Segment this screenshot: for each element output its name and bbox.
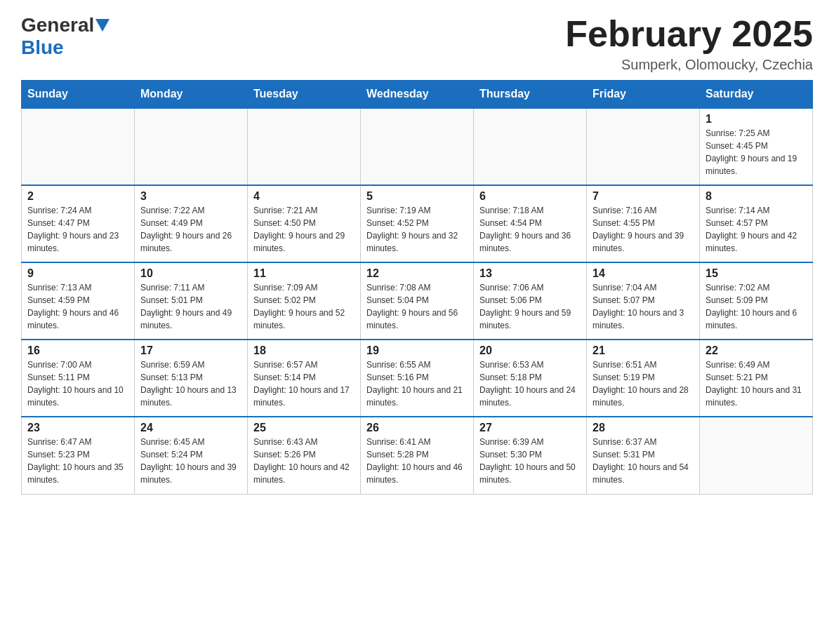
- weekday-header-thursday: Thursday: [474, 81, 587, 109]
- day-info: Sunrise: 7:00 AM Sunset: 5:11 PM Dayligh…: [27, 358, 128, 409]
- logo-general-text: General: [21, 14, 94, 36]
- day-number: 16: [27, 344, 128, 357]
- day-info: Sunrise: 7:13 AM Sunset: 4:59 PM Dayligh…: [27, 281, 128, 332]
- calendar-cell: 15Sunrise: 7:02 AM Sunset: 5:09 PM Dayli…: [700, 262, 813, 340]
- day-info: Sunrise: 7:09 AM Sunset: 5:02 PM Dayligh…: [253, 281, 355, 332]
- day-number: 19: [366, 344, 468, 357]
- day-info: Sunrise: 7:24 AM Sunset: 4:47 PM Dayligh…: [27, 204, 128, 255]
- day-number: 3: [140, 190, 241, 203]
- logo-blue-text: Blue: [21, 36, 64, 58]
- calendar-cell: [700, 417, 813, 494]
- day-info: Sunrise: 7:11 AM Sunset: 5:01 PM Dayligh…: [140, 281, 241, 332]
- calendar-cell: 4Sunrise: 7:21 AM Sunset: 4:50 PM Daylig…: [248, 185, 361, 262]
- day-number: 9: [27, 267, 128, 280]
- day-info: Sunrise: 7:19 AM Sunset: 4:52 PM Dayligh…: [366, 204, 468, 255]
- day-info: Sunrise: 7:14 AM Sunset: 4:57 PM Dayligh…: [706, 204, 807, 255]
- calendar-cell: 2Sunrise: 7:24 AM Sunset: 4:47 PM Daylig…: [22, 185, 135, 262]
- calendar-cell: 14Sunrise: 7:04 AM Sunset: 5:07 PM Dayli…: [587, 262, 700, 340]
- calendar-cell: 17Sunrise: 6:59 AM Sunset: 5:13 PM Dayli…: [135, 340, 248, 417]
- calendar-cell: 10Sunrise: 7:11 AM Sunset: 5:01 PM Dayli…: [135, 262, 248, 340]
- weekday-header-tuesday: Tuesday: [248, 81, 361, 109]
- month-title: February 2025: [565, 14, 813, 54]
- day-number: 24: [140, 422, 241, 434]
- calendar-cell: [248, 108, 361, 185]
- logo-triangle-icon: [95, 19, 110, 32]
- day-info: Sunrise: 7:02 AM Sunset: 5:09 PM Dayligh…: [706, 281, 807, 332]
- day-number: 25: [253, 422, 355, 434]
- day-info: Sunrise: 6:45 AM Sunset: 5:24 PM Dayligh…: [140, 436, 241, 486]
- calendar-cell: 27Sunrise: 6:39 AM Sunset: 5:30 PM Dayli…: [474, 417, 587, 494]
- day-info: Sunrise: 6:59 AM Sunset: 5:13 PM Dayligh…: [140, 358, 241, 409]
- calendar-cell: [474, 108, 587, 185]
- day-number: 6: [479, 190, 581, 203]
- weekday-header-saturday: Saturday: [700, 81, 813, 109]
- day-info: Sunrise: 6:43 AM Sunset: 5:26 PM Dayligh…: [253, 436, 355, 486]
- calendar-cell: 8Sunrise: 7:14 AM Sunset: 4:57 PM Daylig…: [700, 185, 813, 262]
- day-info: Sunrise: 7:21 AM Sunset: 4:50 PM Dayligh…: [253, 204, 355, 255]
- day-info: Sunrise: 6:37 AM Sunset: 5:31 PM Dayligh…: [593, 436, 694, 486]
- day-info: Sunrise: 6:53 AM Sunset: 5:18 PM Dayligh…: [479, 358, 581, 409]
- day-info: Sunrise: 6:49 AM Sunset: 5:21 PM Dayligh…: [706, 358, 807, 409]
- calendar-cell: 6Sunrise: 7:18 AM Sunset: 4:54 PM Daylig…: [474, 185, 587, 262]
- calendar-week-row: 16Sunrise: 7:00 AM Sunset: 5:11 PM Dayli…: [22, 340, 813, 417]
- calendar-cell: [22, 108, 135, 185]
- day-info: Sunrise: 6:39 AM Sunset: 5:30 PM Dayligh…: [479, 436, 581, 486]
- calendar-cell: [587, 108, 700, 185]
- calendar-cell: 12Sunrise: 7:08 AM Sunset: 5:04 PM Dayli…: [361, 262, 474, 340]
- calendar-cell: 24Sunrise: 6:45 AM Sunset: 5:24 PM Dayli…: [135, 417, 248, 494]
- calendar-cell: 20Sunrise: 6:53 AM Sunset: 5:18 PM Dayli…: [474, 340, 587, 417]
- day-number: 10: [140, 267, 241, 280]
- day-info: Sunrise: 6:51 AM Sunset: 5:19 PM Dayligh…: [593, 358, 694, 409]
- day-number: 8: [706, 190, 807, 203]
- day-info: Sunrise: 7:08 AM Sunset: 5:04 PM Dayligh…: [366, 281, 468, 332]
- calendar-week-row: 23Sunrise: 6:47 AM Sunset: 5:23 PM Dayli…: [22, 417, 813, 494]
- day-number: 5: [366, 190, 468, 203]
- calendar-header-row: SundayMondayTuesdayWednesdayThursdayFrid…: [22, 81, 813, 109]
- day-number: 4: [253, 190, 355, 203]
- calendar-cell: 11Sunrise: 7:09 AM Sunset: 5:02 PM Dayli…: [248, 262, 361, 340]
- calendar-week-row: 9Sunrise: 7:13 AM Sunset: 4:59 PM Daylig…: [22, 262, 813, 340]
- day-number: 13: [479, 267, 581, 280]
- day-number: 27: [479, 422, 581, 434]
- weekday-header-wednesday: Wednesday: [361, 81, 474, 109]
- day-number: 11: [253, 267, 355, 280]
- calendar-cell: 7Sunrise: 7:16 AM Sunset: 4:55 PM Daylig…: [587, 185, 700, 262]
- day-number: 2: [27, 190, 128, 203]
- day-number: 28: [593, 422, 694, 434]
- day-number: 1: [706, 113, 807, 126]
- day-number: 26: [366, 422, 468, 434]
- day-info: Sunrise: 7:18 AM Sunset: 4:54 PM Dayligh…: [479, 204, 581, 255]
- day-info: Sunrise: 7:22 AM Sunset: 4:49 PM Dayligh…: [140, 204, 241, 255]
- day-info: Sunrise: 7:06 AM Sunset: 5:06 PM Dayligh…: [479, 281, 581, 332]
- day-number: 21: [593, 344, 694, 357]
- calendar-cell: 28Sunrise: 6:37 AM Sunset: 5:31 PM Dayli…: [587, 417, 700, 494]
- calendar-cell: 19Sunrise: 6:55 AM Sunset: 5:16 PM Dayli…: [361, 340, 474, 417]
- day-info: Sunrise: 6:55 AM Sunset: 5:16 PM Dayligh…: [366, 358, 468, 409]
- weekday-header-friday: Friday: [587, 81, 700, 109]
- page-header: General Blue February 2025 Sumperk, Olom…: [21, 14, 813, 73]
- day-number: 12: [366, 267, 468, 280]
- logo: General Blue: [21, 14, 111, 59]
- calendar-cell: 25Sunrise: 6:43 AM Sunset: 5:26 PM Dayli…: [248, 417, 361, 494]
- day-info: Sunrise: 7:04 AM Sunset: 5:07 PM Dayligh…: [593, 281, 694, 332]
- calendar-cell: 18Sunrise: 6:57 AM Sunset: 5:14 PM Dayli…: [248, 340, 361, 417]
- calendar-cell: 21Sunrise: 6:51 AM Sunset: 5:19 PM Dayli…: [587, 340, 700, 417]
- day-number: 17: [140, 344, 241, 357]
- day-info: Sunrise: 7:25 AM Sunset: 4:45 PM Dayligh…: [706, 127, 807, 177]
- calendar-cell: 26Sunrise: 6:41 AM Sunset: 5:28 PM Dayli…: [361, 417, 474, 494]
- calendar-cell: 23Sunrise: 6:47 AM Sunset: 5:23 PM Dayli…: [22, 417, 135, 494]
- calendar-week-row: 2Sunrise: 7:24 AM Sunset: 4:47 PM Daylig…: [22, 185, 813, 262]
- day-number: 18: [253, 344, 355, 357]
- calendar-cell: 13Sunrise: 7:06 AM Sunset: 5:06 PM Dayli…: [474, 262, 587, 340]
- day-number: 15: [706, 267, 807, 280]
- weekday-header-monday: Monday: [135, 81, 248, 109]
- calendar-cell: 9Sunrise: 7:13 AM Sunset: 4:59 PM Daylig…: [22, 262, 135, 340]
- calendar-cell: 5Sunrise: 7:19 AM Sunset: 4:52 PM Daylig…: [361, 185, 474, 262]
- weekday-header-sunday: Sunday: [22, 81, 135, 109]
- day-info: Sunrise: 6:41 AM Sunset: 5:28 PM Dayligh…: [366, 436, 468, 486]
- calendar-cell: 1Sunrise: 7:25 AM Sunset: 4:45 PM Daylig…: [700, 108, 813, 185]
- day-number: 7: [593, 190, 694, 203]
- calendar-cell: [135, 108, 248, 185]
- calendar-cell: 22Sunrise: 6:49 AM Sunset: 5:21 PM Dayli…: [700, 340, 813, 417]
- day-info: Sunrise: 6:57 AM Sunset: 5:14 PM Dayligh…: [253, 358, 355, 409]
